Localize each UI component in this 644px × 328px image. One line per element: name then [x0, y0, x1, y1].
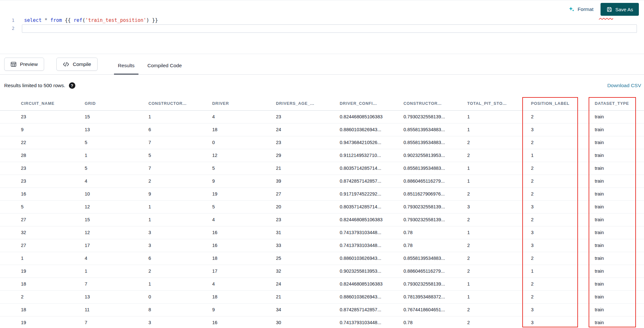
table-cell: 28 [0, 149, 64, 162]
table-row: 51215200.8035714285714...0.7930232558139… [0, 200, 644, 213]
tab-compiled-code[interactable]: Compiled Code [144, 58, 186, 75]
line-number: 1 [0, 16, 14, 24]
table-cell: 0.8860465116279... [383, 265, 446, 278]
compile-label: Compile [73, 61, 91, 67]
column-header-driver: DRIVER [191, 97, 255, 110]
table-row: 1610919270.9171974522292...0.85116279069… [0, 187, 644, 200]
compile-button[interactable]: Compile [56, 58, 98, 71]
table-cell: 2 [510, 213, 574, 226]
table-cell: 20 [255, 200, 319, 213]
table-cell: 16 [191, 316, 255, 328]
question-icon[interactable]: ? [69, 82, 75, 89]
table-cell: 17 [64, 239, 128, 252]
table-cell: 12 [64, 200, 128, 213]
table-row: 181189340.8742857142857...0.767441860465… [0, 303, 644, 316]
table-cell: 0 [128, 290, 191, 303]
code-icon [63, 62, 69, 67]
table-cell: 0.78 [383, 226, 446, 239]
table-cell: 6 [128, 123, 191, 136]
table-row: 281512290.9112149532710...0.902325581395… [0, 149, 644, 162]
table-cell: 0.7930232558139... [383, 213, 446, 226]
code-area[interactable]: 1select * from {{ ref('train_test_positi… [0, 16, 644, 32]
table-cell: 0.7413793103448... [319, 239, 383, 252]
code-line[interactable]: 1select * from {{ ref('train_test_positi… [0, 16, 644, 24]
column-header-grid: GRID [64, 97, 128, 110]
table-cell: 0.7413793103448... [319, 316, 383, 328]
table-cell: train [574, 149, 644, 162]
table-cell: 15 [64, 213, 128, 226]
table-cell: 15 [64, 110, 128, 123]
table-cell: 23 [0, 162, 64, 175]
table-cell: 7 [64, 316, 128, 328]
app-screen: Format Save As 1select * from {{ ref('tr… [0, 0, 644, 328]
table-cell: 11 [64, 303, 128, 316]
table-cell: 0.8860103626943... [319, 252, 383, 265]
table-cell: 23 [0, 175, 64, 187]
save-as-button[interactable]: Save As [601, 3, 639, 16]
table-cell: 22 [0, 136, 64, 149]
table-cell: 0.7413793103448... [319, 226, 383, 239]
preview-button[interactable]: Preview [4, 58, 44, 71]
table-cell: 0.824468085106383 [319, 278, 383, 290]
code-text[interactable]: select * from {{ ref('train_test_positio… [14, 16, 158, 24]
code-line[interactable]: 2 [0, 24, 644, 32]
table-cell: 3 [128, 226, 191, 239]
code-text[interactable] [14, 24, 24, 32]
table-cell: 1 [128, 278, 191, 290]
table-cell: 23 [0, 110, 64, 123]
column-header-total-pit-sto: TOTAL_PIT_STO... [446, 97, 510, 110]
table-cell: 0.8558139534883... [383, 162, 446, 175]
table-cell: 2 [128, 175, 191, 187]
table-cell: 23 [255, 110, 319, 123]
table-cell: 3 [510, 200, 574, 213]
table-cell: 23 [255, 213, 319, 226]
table-cell: 16 [0, 187, 64, 200]
table-header-row: CIRCUIT_NAMEGRIDCONSTRUCTOR...DRIVERDRIV… [0, 97, 644, 110]
table-cell: 3 [128, 316, 191, 328]
table-cell: 2 [510, 110, 574, 123]
table-row: 22570230.9473684210526...0.8558139534883… [0, 136, 644, 149]
table-cell: 2 [0, 290, 64, 303]
preview-label: Preview [20, 61, 38, 67]
table-cell: 0.78 [383, 316, 446, 328]
table-cell: 0.9473684210526... [319, 136, 383, 149]
table-row: 18714240.8244680851063830.7930232558139.… [0, 278, 644, 290]
table-cell: 0.8742857142857... [319, 303, 383, 316]
column-header-position-label: POSITION_LABEL [510, 97, 574, 110]
table-cell: 30 [255, 316, 319, 328]
table-cell: 12 [191, 149, 255, 162]
table-cell: train [574, 162, 644, 175]
tab-results[interactable]: Results [114, 58, 138, 75]
table-cell: 2 [510, 136, 574, 149]
table-cell: 0.8035714285714... [319, 162, 383, 175]
table-cell: 2 [510, 162, 574, 175]
table-cell: 4 [64, 175, 128, 187]
table-cell: 1 [64, 149, 128, 162]
table-cell: train [574, 226, 644, 239]
table-cell: 0.8742857142857... [319, 175, 383, 187]
table-cell: 2 [446, 187, 510, 200]
table-cell: 2 [510, 290, 574, 303]
table-cell: train [574, 278, 644, 290]
table-cell: 3 [510, 123, 574, 136]
table-cell: 27 [0, 213, 64, 226]
table-cell: 0.7930232558139... [383, 110, 446, 123]
table-cell: 21 [255, 162, 319, 175]
table-row: 2717316330.7413793103448...0.7823train [0, 239, 644, 252]
download-csv-link[interactable]: Download CSV [607, 83, 641, 88]
table-cell: 0.8860465116279... [383, 175, 446, 187]
table-cell: 2 [510, 175, 574, 187]
table-cell: 2 [446, 213, 510, 226]
table-cell: 3 [510, 239, 574, 252]
table-cell: 2 [446, 316, 510, 328]
table-cell: 7 [64, 278, 128, 290]
table-cell: 5 [128, 149, 191, 162]
table-cell: 8 [128, 303, 191, 316]
sql-editor[interactable]: Format Save As 1select * from {{ ref('tr… [0, 0, 644, 54]
table-cell: 2 [510, 278, 574, 290]
table-cell: 9 [191, 175, 255, 187]
table-cell: 32 [0, 226, 64, 239]
table-cell: 3 [446, 200, 510, 213]
table-cell: 7 [128, 136, 191, 149]
format-button[interactable]: Format [568, 6, 593, 13]
